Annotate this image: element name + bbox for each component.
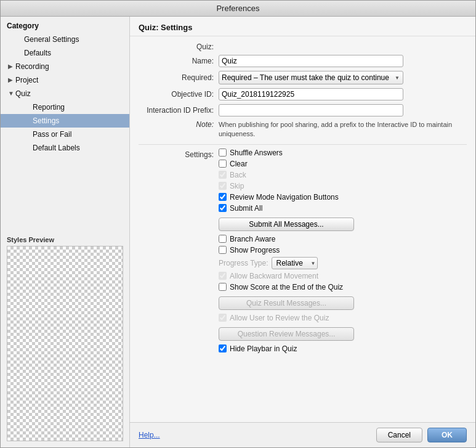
- objective-id-row: Objective ID:: [139, 88, 467, 100]
- allow-backward-checkbox: [219, 272, 227, 280]
- arrow-icon: [8, 115, 15, 126]
- arrow-icon: [8, 47, 15, 59]
- skip-label: Skip: [230, 182, 244, 190]
- panel-body: Quiz: Name: Required: Required – The use…: [130, 36, 475, 422]
- review-mode-row: Review Mode Navigation Buttons: [219, 193, 354, 202]
- allow-backward-row: Allow Backward Movement: [219, 272, 354, 280]
- progress-type-select-wrapper: Relative Absolute: [272, 257, 318, 269]
- sidebar-item-label: Settings: [33, 115, 59, 126]
- sidebar-item-label: General Settings: [24, 34, 79, 45]
- sidebar-item-project[interactable]: ▶ Project: [1, 73, 129, 87]
- show-score-checkbox[interactable]: [219, 283, 227, 291]
- required-label: Required:: [139, 73, 219, 82]
- branch-aware-checkbox[interactable]: [219, 235, 227, 243]
- hide-playbar-row: Hide Playbar in Quiz: [219, 344, 354, 353]
- preferences-window: Preferences Category General Settings De…: [0, 0, 476, 448]
- shuffle-answers-checkbox[interactable]: [219, 149, 227, 157]
- sidebar-item-reporting[interactable]: Reporting: [1, 100, 129, 114]
- footer-buttons: Cancel OK: [376, 428, 467, 442]
- sidebar-item-general-settings[interactable]: General Settings: [1, 33, 129, 46]
- main-panel: Quiz: Settings Quiz: Name: Required: R: [130, 17, 475, 447]
- clear-label: Clear: [230, 160, 248, 168]
- shuffle-answers-label: Shuffle Answers: [230, 149, 283, 157]
- question-review-messages-button[interactable]: Question Review Messages...: [219, 327, 354, 341]
- quiz-label: Quiz:: [139, 43, 219, 51]
- show-progress-label: Show Progress: [230, 246, 280, 255]
- progress-type-select[interactable]: Relative Absolute: [272, 257, 318, 269]
- settings-checkboxes: Shuffle Answers Clear Back Skip: [219, 149, 354, 356]
- skip-row: Skip: [219, 182, 354, 190]
- sidebar-item-label: Pass or Fail: [33, 129, 71, 140]
- sidebar-item-label: Recording: [15, 61, 49, 72]
- sidebar-item-pass-or-fail[interactable]: Pass or Fail: [1, 128, 129, 141]
- titlebar: Preferences: [1, 1, 475, 17]
- allow-review-checkbox: [219, 314, 227, 322]
- sidebar-item-settings[interactable]: Settings: [1, 114, 129, 128]
- submit-all-checkbox[interactable]: [219, 204, 227, 212]
- sidebar-item-defaults[interactable]: Defaults: [1, 46, 129, 60]
- hide-playbar-label: Hide Playbar in Quiz: [230, 344, 297, 353]
- sidebar: Category General Settings Defaults ▶ Rec…: [1, 17, 130, 447]
- sidebar-item-label: Project: [15, 75, 38, 86]
- hide-playbar-checkbox[interactable]: [219, 344, 227, 352]
- sidebar-item-quiz[interactable]: ▼ Quiz: [1, 87, 129, 100]
- sidebar-header: Category: [1, 17, 129, 33]
- ok-button[interactable]: OK: [427, 428, 467, 442]
- progress-type-row: Progress Type: Relative Absolute: [219, 257, 354, 269]
- branch-aware-label: Branch Aware: [230, 235, 276, 243]
- sidebar-item-default-labels[interactable]: Default Labels: [1, 141, 129, 155]
- sidebar-item-recording[interactable]: ▶ Recording: [1, 60, 129, 73]
- sidebar-item-label: Default Labels: [33, 142, 80, 153]
- panel-footer: Help... Cancel OK: [130, 422, 475, 447]
- arrow-icon: ▶: [8, 75, 15, 86]
- required-select-wrapper: Required – The user must take the quiz t…: [219, 71, 403, 84]
- divider: [139, 144, 467, 145]
- show-progress-row: Show Progress: [219, 246, 354, 255]
- arrow-icon: [8, 129, 15, 140]
- note-label: Note:: [139, 120, 219, 139]
- required-row: Required: Required – The user must take …: [139, 71, 467, 84]
- allow-review-label: Allow User to Review the Quiz: [230, 314, 329, 322]
- submit-all-label: Submit All: [230, 204, 262, 213]
- arrow-icon: [8, 142, 15, 153]
- objective-id-input[interactable]: [219, 88, 403, 100]
- styles-preview-label: Styles Preview: [1, 232, 129, 246]
- back-checkbox: [219, 171, 227, 179]
- arrow-icon: [8, 34, 15, 45]
- interaction-id-prefix-input[interactable]: [219, 104, 403, 116]
- name-row: Name:: [139, 55, 467, 67]
- clear-checkbox[interactable]: [219, 160, 227, 168]
- quiz-result-messages-button[interactable]: Quiz Result Messages...: [219, 296, 354, 310]
- branch-aware-row: Branch Aware: [219, 235, 354, 243]
- show-score-row: Show Score at the End of the Quiz: [219, 283, 354, 291]
- sidebar-item-label: Defaults: [24, 47, 51, 59]
- required-select[interactable]: Required – The user must take the quiz t…: [219, 71, 403, 84]
- quiz-label-row: Quiz:: [139, 43, 467, 51]
- sidebar-item-label: Quiz: [15, 88, 31, 99]
- objective-id-label: Objective ID:: [139, 90, 219, 99]
- help-link[interactable]: Help...: [139, 431, 160, 439]
- interaction-id-prefix-label: Interaction ID Prefix:: [139, 106, 219, 115]
- content-area: Category General Settings Defaults ▶ Rec…: [1, 17, 475, 447]
- panel-header: Quiz: Settings: [130, 17, 475, 36]
- submit-all-row: Submit All: [219, 204, 354, 213]
- arrow-icon: ▼: [8, 88, 15, 99]
- name-input[interactable]: [219, 55, 403, 67]
- clear-row: Clear: [219, 160, 354, 168]
- styles-preview-canvas: [7, 246, 123, 442]
- skip-checkbox: [219, 182, 227, 190]
- progress-type-label: Progress Type:: [219, 259, 268, 267]
- note-row: Note: When publishing for pool sharing, …: [139, 120, 467, 139]
- shuffle-answers-row: Shuffle Answers: [219, 149, 354, 157]
- review-mode-checkbox[interactable]: [219, 193, 227, 201]
- submit-all-messages-button[interactable]: Submit All Messages...: [219, 218, 354, 231]
- show-progress-checkbox[interactable]: [219, 246, 227, 254]
- sidebar-tree: General Settings Defaults ▶ Recording ▶ …: [1, 33, 129, 232]
- arrow-icon: [8, 102, 15, 113]
- allow-review-row: Allow User to Review the Quiz: [219, 314, 354, 322]
- note-text: When publishing for pool sharing, add a …: [219, 120, 453, 139]
- sidebar-item-label: Reporting: [33, 102, 65, 113]
- cancel-button[interactable]: Cancel: [376, 428, 422, 442]
- back-row: Back: [219, 171, 354, 179]
- show-score-label: Show Score at the End of the Quiz: [230, 283, 343, 291]
